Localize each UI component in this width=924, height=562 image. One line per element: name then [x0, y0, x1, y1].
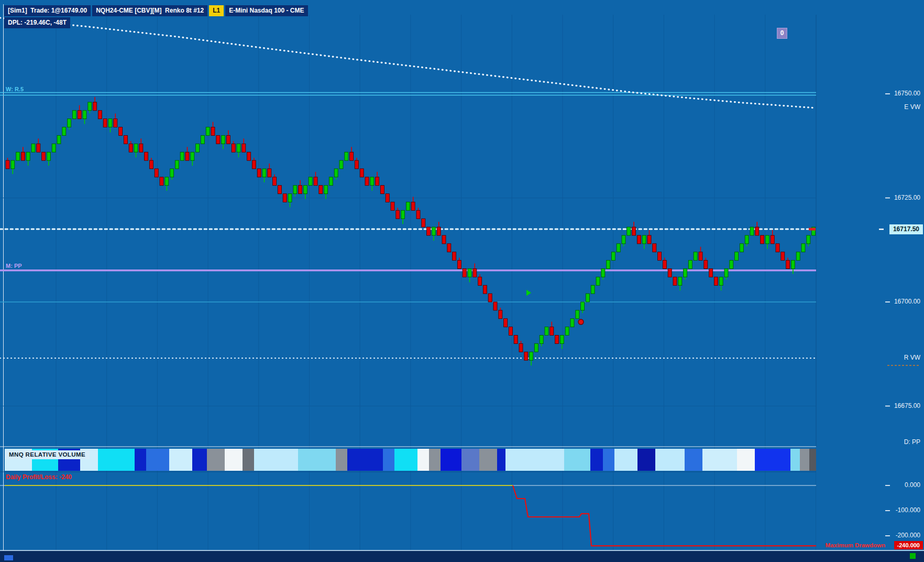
account-trade-chip: [Sim1] Trade: 1@16749.00 [4, 5, 91, 16]
volume-segment [336, 449, 347, 471]
volume-segment [614, 449, 637, 471]
instrument-name-chip: E-Mini Nasdaq 100 - CME [225, 5, 307, 16]
volume-segment [417, 449, 429, 471]
maximum-drawdown-badge: -240.000 [894, 541, 923, 549]
symbol-period-chip: NQH24-CME [CBV][M] Renko 8t #12 [92, 5, 207, 16]
position-count-badge: 0 [777, 28, 787, 39]
volume-segment [755, 449, 790, 471]
volume-segment [461, 449, 479, 471]
last-price-badge: 16717.50 [889, 224, 923, 234]
volume-segment [809, 449, 816, 471]
chart-header-row-2: DPL: -219.46C, -48T [4, 17, 308, 28]
volume-segment [169, 449, 192, 471]
volume-segment [347, 449, 383, 471]
volume-segment [637, 449, 655, 471]
volume-segment [737, 449, 755, 471]
volume-segment [790, 449, 800, 471]
volume-segment [192, 449, 207, 471]
volume-segment [98, 449, 135, 471]
volume-segment [590, 449, 603, 471]
volume-segment [655, 449, 685, 471]
volume-panel-title: MNQ RELATIVE VOLUME [5, 450, 90, 459]
maximum-drawdown-label: Maximum Drawdown [826, 542, 885, 548]
volume-segment [479, 449, 497, 471]
monthly-pivot-level-label: M: PP [6, 263, 22, 269]
chart-header-row-1: [Sim1] Trade: 1@16749.00 NQH24-CME [CBV]… [4, 5, 308, 16]
volume-segment [135, 449, 146, 471]
volume-segment [207, 449, 225, 471]
weekly-r5-level-label: W: R.5 [6, 86, 24, 92]
volume-segment [702, 449, 737, 471]
relative-volume-strip [5, 449, 816, 471]
bottom-scrollbar[interactable] [0, 551, 924, 562]
volume-segment [394, 449, 417, 471]
volume-segment [225, 449, 243, 471]
volume-segment [497, 449, 505, 471]
status-square-icon [910, 553, 916, 559]
volume-segment [383, 449, 394, 471]
volume-segment [564, 449, 590, 471]
l1-data-chip: L1 [209, 5, 224, 16]
chart-header: [Sim1] Trade: 1@16749.00 NQH24-CME [CBV]… [4, 5, 308, 28]
volume-segment [441, 449, 461, 471]
renko-chart[interactable] [0, 0, 924, 562]
daily-profit-loss-title: Daily Profit/Loss: -240 [6, 473, 72, 481]
daily-pl-chip: DPL: -219.46C, -48T [4, 17, 70, 28]
volume-segment [685, 449, 702, 471]
volume-segment [298, 449, 336, 471]
volume-segment [603, 449, 614, 471]
volume-segment [243, 449, 254, 471]
trading-platform-window: [Sim1] Trade: 1@16749.00 NQH24-CME [CBV]… [0, 0, 924, 562]
volume-segment [800, 449, 809, 471]
volume-segment [254, 449, 298, 471]
volume-segment [429, 449, 441, 471]
volume-segment [146, 449, 169, 471]
volume-segment [505, 449, 564, 471]
scrollbar-thumb-icon[interactable] [4, 555, 13, 560]
